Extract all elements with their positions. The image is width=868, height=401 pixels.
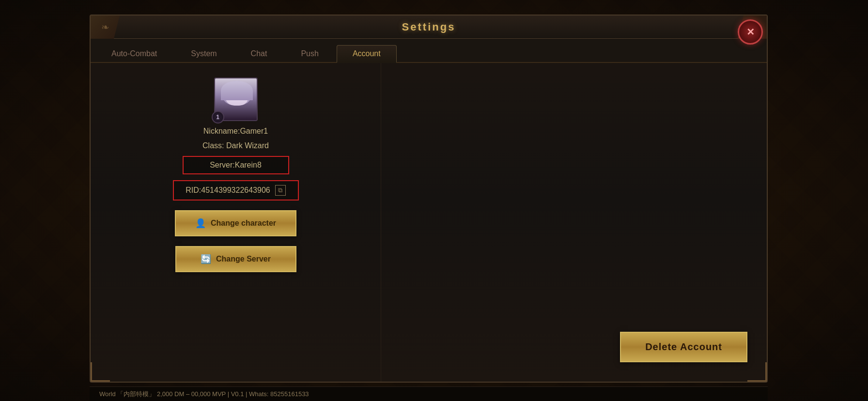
class-row: Class: Dark Wizard [202,141,269,150]
title-bar: ❧ Settings [91,15,767,39]
delete-account-button[interactable]: Delete Account [620,332,747,362]
rid-field: RID:4514399322643906 ⧉ [173,180,299,200]
dialog-title: Settings [402,21,456,33]
delete-account-label: Delete Account [645,341,722,352]
change-server-button[interactable]: 🔄 Change Server [175,246,296,272]
server-field: Server:Karein8 [183,156,289,174]
content-area: 1 Nickname:Gamer1 Class: Dark Wizard Ser… [91,63,767,382]
status-text: World 「内部特模」 2,000 DM – 00,000 MVP | V0.… [99,390,309,399]
title-corner-left: ❧ [91,15,120,39]
close-button[interactable] [738,19,763,45]
change-character-button[interactable]: 👤 Change character [175,210,296,236]
right-panel: Delete Account [381,63,767,382]
level-badge: 1 [212,111,224,123]
tab-bar: Auto-Combat System Chat Push Account [91,39,767,63]
tab-chat[interactable]: Chat [235,45,283,62]
account-panel: 1 Nickname:Gamer1 Class: Dark Wizard Ser… [91,63,381,382]
change-server-icon: 🔄 [201,254,211,264]
change-character-icon: 👤 [195,218,206,229]
nickname-row: Nickname:Gamer1 [203,127,268,136]
avatar-container: 1 [214,77,258,121]
change-server-label: Change Server [216,255,271,263]
status-bar: World 「内部特模」 2,000 DM – 00,000 MVP | V0.… [90,386,768,401]
tab-system[interactable]: System [175,45,232,62]
avatar-hair [221,81,253,100]
dragon-left-icon: ❧ [101,21,109,33]
tab-push[interactable]: Push [285,45,334,62]
change-character-label: Change character [211,219,276,228]
copy-rid-button[interactable]: ⧉ [275,185,286,196]
tab-account[interactable]: Account [337,45,397,63]
tab-auto-combat[interactable]: Auto-Combat [95,45,173,62]
settings-dialog: ❧ Settings Auto-Combat System Chat Push … [90,15,768,383]
rid-value: RID:4514399322643906 [186,186,270,195]
